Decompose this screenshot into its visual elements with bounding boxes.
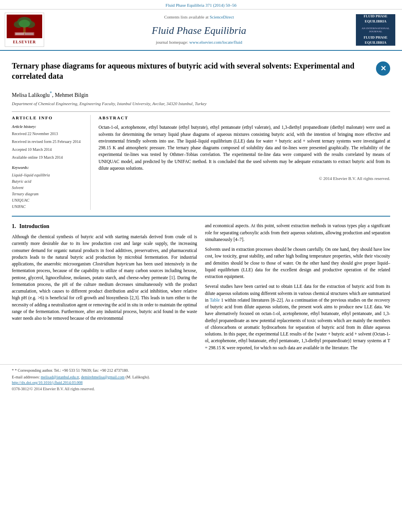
journal-homepage-info: journal homepage: www.elsevier.com/locat… bbox=[48, 39, 350, 45]
abstract-title: ABSTRACT bbox=[99, 115, 390, 121]
footer-area: * * Corresponding author. Tel.: +90 533 … bbox=[0, 364, 402, 395]
crossmark-logo: ✕ bbox=[376, 61, 390, 76]
received-date: Received 22 November 2013 bbox=[12, 131, 84, 137]
doi-link[interactable]: http://dx.doi.org/10.1016/j.fluid.2014.0… bbox=[12, 380, 390, 386]
elsevier-brand-text: ELSEVIER bbox=[13, 39, 36, 45]
svg-rect-8 bbox=[25, 33, 34, 35]
abstract-text: Octan-1-ol, acetophenone, ethyl butanoat… bbox=[99, 124, 390, 172]
affiliation: Department of Chemical Engineering, Engi… bbox=[12, 101, 390, 107]
revised-date: Received in revised form 25 February 201… bbox=[12, 139, 84, 145]
journal-reference-bar: Fluid Phase Equilibria 371 (2014) 50–56 bbox=[0, 0, 402, 9]
section-title-text: Introduction bbox=[19, 223, 49, 229]
sciencedirect-info: Contents lists available at ScienceDirec… bbox=[48, 14, 350, 20]
body-col-right: and economical aspects. At this point, s… bbox=[205, 222, 390, 354]
article-info-panel: ARTICLE INFO Article history: Received 2… bbox=[12, 115, 91, 210]
abstract-copyright: © 2014 Elsevier B.V. All rights reserved… bbox=[99, 176, 390, 182]
copyright-footer: 0378-3812/© 2014 Elsevier B.V. All right… bbox=[12, 386, 390, 392]
sciencedirect-link[interactable]: ScienceDirect bbox=[210, 15, 234, 19]
footnote-email: E-mail addresses: melisad@istanbul.edu.t… bbox=[12, 374, 390, 380]
email-label: E-mail addresses: bbox=[12, 375, 40, 379]
intro-paragraph3: Solvents used in extraction processes sh… bbox=[205, 246, 390, 280]
online-date: Available online 19 March 2014 bbox=[12, 155, 84, 160]
history-label: Article history: bbox=[12, 124, 84, 130]
elsevier-logo: ELSEVIER bbox=[5, 13, 44, 47]
table-reference: Table bbox=[210, 298, 220, 302]
accepted-date: Accepted 10 March 2014 bbox=[12, 147, 84, 152]
email-link-2[interactable]: demirehmelisa@gmail.com bbox=[81, 375, 125, 379]
journal-header: ELSEVIER Contents lists available at Sci… bbox=[0, 9, 402, 51]
logo-title-line1: FLUID PHASE bbox=[364, 14, 387, 19]
journal-center-info: Contents lists available at ScienceDirec… bbox=[48, 13, 350, 47]
article-title-section: Ternary phase diagrams for aqueous mixtu… bbox=[12, 61, 390, 87]
intro-heading: 1. Introduction bbox=[12, 222, 197, 230]
body-two-col: 1. Introduction Although the chemical sy… bbox=[12, 222, 390, 354]
homepage-link[interactable]: www.elsevier.com/locate/fluid bbox=[189, 40, 242, 44]
journal-ref-text: Fluid Phase Equilibria 371 (2014) 50–56 bbox=[166, 3, 236, 7]
keyword-1: Liquid–liquid equilibria bbox=[12, 172, 84, 178]
journal-logo-right: FLUID PHASE EQUILIBRIA AN INTERNATIONAL … bbox=[354, 13, 397, 47]
logo-title-line5: EQUILIBRIA bbox=[365, 41, 386, 45]
authors: Melisa Lalikoglu*, Mehmet Bilgin bbox=[12, 90, 390, 99]
article-divider bbox=[12, 111, 390, 112]
keyword-6: UNIFAC bbox=[12, 204, 84, 210]
journal-logo-box: FLUID PHASE EQUILIBRIA AN INTERNATIONAL … bbox=[356, 14, 395, 46]
elsevier-logo-image bbox=[7, 15, 42, 38]
keywords-section: Keywords: Liquid–liquid equilibria Butyr… bbox=[12, 165, 84, 210]
page-wrapper: Fluid Phase Equilibria 371 (2014) 50–56 bbox=[0, 0, 402, 532]
article-content: Ternary phase diagrams for aqueous mixtu… bbox=[0, 51, 402, 360]
svg-point-5 bbox=[19, 20, 30, 28]
elsevier-tree-icon bbox=[7, 16, 42, 37]
footnote-corresponding: * * Corresponding author. Tel.: +90 533 … bbox=[12, 368, 390, 373]
results-of-text: results of bbox=[290, 332, 307, 336]
intro-paragraph2: and economical aspects. At this point, s… bbox=[205, 222, 390, 243]
intro-paragraph4: Several studies have been carried out to… bbox=[205, 283, 390, 351]
email-link-1[interactable]: melisad@istanbul.edu.tr bbox=[41, 375, 79, 379]
contents-available-text: Contents lists available at bbox=[164, 15, 208, 19]
keyword-3: Solvent bbox=[12, 185, 84, 191]
logo-title-line2: EQUILIBRIA bbox=[365, 19, 386, 24]
body-divider bbox=[12, 216, 390, 217]
logo-subtitle-line3: AN INTERNATIONAL JOURNAL bbox=[357, 27, 394, 33]
article-title: Ternary phase diagrams for aqueous mixtu… bbox=[12, 61, 372, 83]
journal-title: Fluid Phase Equilibria bbox=[48, 24, 350, 38]
intro-paragraph1: Although the chemical synthesis of butyr… bbox=[12, 234, 197, 322]
abstract-section: ABSTRACT Octan-1-ol, acetophenone, ethyl… bbox=[99, 115, 390, 210]
homepage-label: journal homepage: bbox=[156, 40, 188, 44]
email-name: (M. Lalikoglu). bbox=[126, 375, 150, 379]
keyword-4: Ternary diagram bbox=[12, 191, 84, 197]
authors-text: Melisa Lalikoglu*, Mehmet Bilgin bbox=[12, 92, 88, 98]
keyword-2: Butyric acid bbox=[12, 178, 84, 185]
svg-rect-7 bbox=[15, 33, 24, 35]
keywords-label: Keywords: bbox=[12, 165, 84, 171]
article-info-title: ARTICLE INFO bbox=[12, 115, 84, 121]
article-info-abstract: ARTICLE INFO Article history: Received 2… bbox=[12, 115, 390, 210]
keyword-5: UNIQUAC bbox=[12, 197, 84, 204]
logo-title-line4: FLUID PHASE bbox=[364, 35, 387, 40]
body-col-left: 1. Introduction Although the chemical sy… bbox=[12, 222, 197, 354]
section-number: 1. bbox=[12, 223, 16, 229]
